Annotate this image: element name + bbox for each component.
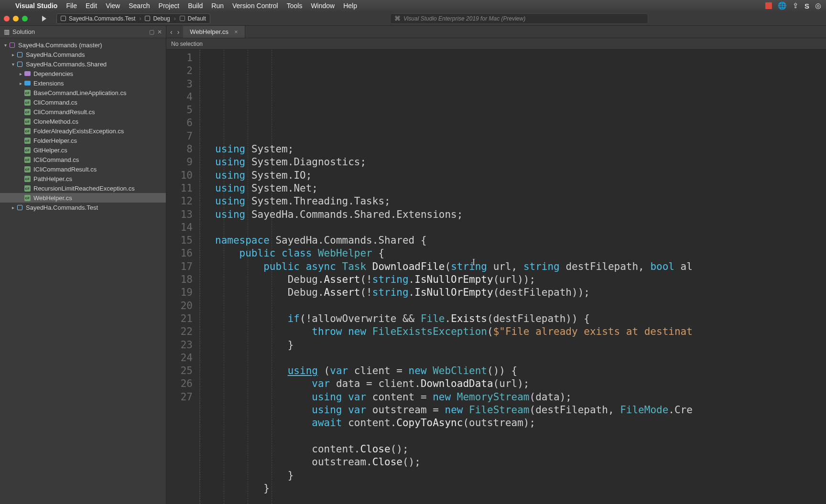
file-label: CliCommand.cs xyxy=(33,99,77,106)
folder-label: Dependencies xyxy=(33,70,73,77)
run-project-label: SayedHa.Commands.Test xyxy=(69,15,135,22)
chevron-down-icon: ▾ xyxy=(11,62,15,67)
code-area[interactable]: 1234567891011121314151617181920212223242… xyxy=(166,50,826,504)
solution-node[interactable]: ▾ SayedHa.Commands (master) xyxy=(0,40,166,50)
editor-tabbar: ‹ › WebHelper.cs × xyxy=(166,26,826,38)
panel-icon: ▥ xyxy=(4,28,10,35)
nav-forward-icon[interactable]: › xyxy=(177,28,180,36)
solution-icon xyxy=(10,43,15,48)
file-node[interactable]: c#ICliCommand.cs xyxy=(0,155,166,164)
file-node[interactable]: c#CliCommandResult.cs xyxy=(0,107,166,117)
menu-tools[interactable]: Tools xyxy=(287,2,303,10)
file-node[interactable]: c#FolderAlreadyExistsException.cs xyxy=(0,126,166,136)
file-label: FolderAlreadyExistsException.cs xyxy=(33,128,124,135)
run-button[interactable] xyxy=(37,14,51,23)
csharp-file-icon: c# xyxy=(24,128,31,134)
window-controls xyxy=(4,16,32,21)
breadcrumb[interactable]: No selection xyxy=(166,38,826,50)
file-node[interactable]: c#GitHelper.cs xyxy=(0,145,166,155)
file-node[interactable]: c#BaseCommandLineApplication.cs xyxy=(0,88,166,97)
menu-window[interactable]: Window xyxy=(311,2,335,10)
folder-icon xyxy=(24,81,31,86)
tray-globe-icon[interactable]: 🌐 xyxy=(778,1,787,10)
breadcrumb-text: No selection xyxy=(171,41,203,47)
global-search[interactable]: ⌘ Visual Studio Enterprise 2019 for Mac … xyxy=(390,13,648,24)
file-label: CliCommandResult.cs xyxy=(33,108,95,116)
file-node[interactable]: c#ICliCommandResult.cs xyxy=(0,164,166,174)
project-node-commands[interactable]: ▸ SayedHa.Commands xyxy=(0,50,166,59)
menu-file[interactable]: File xyxy=(66,2,77,10)
play-icon xyxy=(42,16,46,21)
tray-cc-icon[interactable]: ◎ xyxy=(815,1,821,10)
chevron-right-icon: ▸ xyxy=(11,52,15,57)
run-config-label: Debug xyxy=(153,15,170,22)
run-target-label: Default xyxy=(188,15,206,22)
file-node[interactable]: c#CliCommand.cs xyxy=(0,97,166,107)
folder-dependencies[interactable]: ▸ Dependencies xyxy=(0,69,166,78)
folder-icon xyxy=(24,71,31,76)
file-label: CloneMethod.cs xyxy=(33,118,78,125)
menu-search[interactable]: Search xyxy=(129,2,150,10)
csharp-file-icon: c# xyxy=(24,157,31,163)
menu-project[interactable]: Project xyxy=(159,2,180,10)
csharp-file-icon: c# xyxy=(24,166,31,172)
zoom-window-button[interactable] xyxy=(22,16,28,21)
solution-explorer: ▥ Solution ▢ ✕ ▾ SayedHa.Commands (maste… xyxy=(0,26,166,504)
csharp-file-icon: c# xyxy=(24,147,31,153)
chevron-right-icon: ▸ xyxy=(18,81,23,86)
menu-run[interactable]: Run xyxy=(211,2,224,10)
mac-menubar: Visual Studio File Edit View Search Proj… xyxy=(0,0,826,11)
chevron-down-icon: ▾ xyxy=(3,43,8,48)
solution-label: SayedHa.Commands (master) xyxy=(18,42,102,49)
menu-help[interactable]: Help xyxy=(343,2,357,10)
file-label: ICliCommandResult.cs xyxy=(33,166,97,173)
project-icon xyxy=(61,16,66,21)
file-node[interactable]: c#RecursionLimitReachedException.cs xyxy=(0,183,166,193)
csharp-file-icon: c# xyxy=(24,185,31,192)
nav-back-icon[interactable]: ‹ xyxy=(170,28,173,36)
file-node[interactable]: c#FolderHelper.cs xyxy=(0,136,166,145)
file-node[interactable]: c#WebHelper.cs xyxy=(0,193,166,203)
csharp-file-icon: c# xyxy=(24,138,31,144)
tray-s-icon[interactable]: S xyxy=(804,2,809,10)
panel-pin-icon[interactable]: ▢ xyxy=(149,29,154,35)
search-placeholder: Visual Studio Enterprise 2019 for Mac (P… xyxy=(403,15,525,22)
editor-tab[interactable]: WebHelper.cs × xyxy=(183,26,245,38)
project-label: SayedHa.Commands.Shared xyxy=(26,61,107,68)
file-label: BaseCommandLineApplication.cs xyxy=(33,89,126,97)
panel-close-icon[interactable]: ✕ xyxy=(157,29,162,35)
project-label: SayedHa.Commands.Test xyxy=(26,204,98,211)
solution-panel-header: ▥ Solution ▢ ✕ xyxy=(0,26,166,38)
run-config-selector[interactable]: SayedHa.Commands.Test › Debug › Default xyxy=(56,13,210,24)
csharp-file-icon: c# xyxy=(24,109,31,115)
folder-extensions[interactable]: ▸ Extensions xyxy=(0,78,166,88)
tray-status-icon[interactable] xyxy=(765,2,772,9)
project-icon xyxy=(17,62,22,67)
code-content[interactable]: I using System;using System.Diagnostics;… xyxy=(200,50,693,504)
code-editor: ‹ › WebHelper.cs × No selection 12345678… xyxy=(166,26,826,504)
project-node-shared[interactable]: ▾ SayedHa.Commands.Shared xyxy=(0,59,166,69)
file-label: PathHelper.cs xyxy=(33,175,72,182)
minimize-window-button[interactable] xyxy=(13,16,19,21)
file-label: WebHelper.cs xyxy=(33,194,72,202)
tab-label: WebHelper.cs xyxy=(190,28,228,35)
solution-tree: ▾ SayedHa.Commands (master) ▸ SayedHa.Co… xyxy=(0,38,166,214)
menu-build[interactable]: Build xyxy=(188,2,203,10)
csharp-file-icon: c# xyxy=(24,195,31,201)
app-menu[interactable]: Visual Studio xyxy=(15,2,57,10)
csharp-file-icon: c# xyxy=(24,90,31,96)
folder-label: Extensions xyxy=(33,80,64,87)
csharp-file-icon: c# xyxy=(24,99,31,106)
tab-close-icon[interactable]: × xyxy=(234,28,238,35)
menu-edit[interactable]: Edit xyxy=(86,2,97,10)
csharp-file-icon: c# xyxy=(24,176,31,182)
menu-vcs[interactable]: Version Control xyxy=(232,2,278,10)
file-label: ICliCommand.cs xyxy=(33,156,79,163)
file-node[interactable]: c#CloneMethod.cs xyxy=(0,117,166,126)
menu-view[interactable]: View xyxy=(106,2,120,10)
close-window-button[interactable] xyxy=(4,16,10,21)
file-node[interactable]: c#PathHelper.cs xyxy=(0,174,166,183)
config-icon xyxy=(145,16,150,21)
project-node-test[interactable]: ▸ SayedHa.Commands.Test xyxy=(0,203,166,212)
tray-dropbox-icon[interactable]: ⇪ xyxy=(793,1,799,10)
